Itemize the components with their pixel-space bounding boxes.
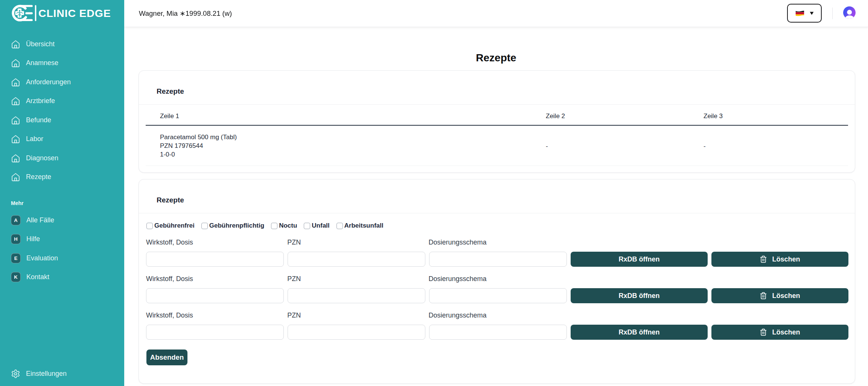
svg-text:CLINIC EDGE: CLINIC EDGE — [38, 7, 111, 19]
